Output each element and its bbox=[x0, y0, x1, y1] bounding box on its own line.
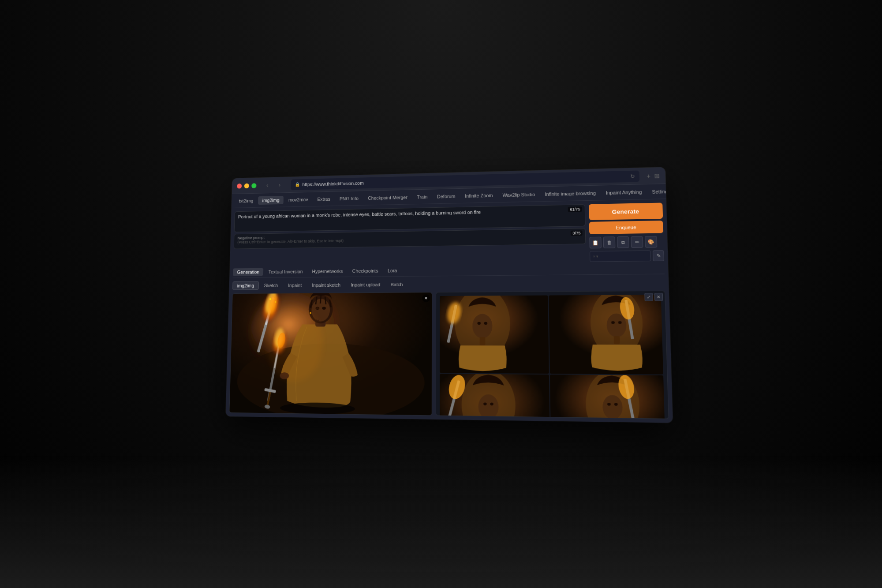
imgtab-sketch[interactable]: Sketch bbox=[259, 281, 283, 290]
lock-icon: 🔒 bbox=[295, 182, 300, 187]
generate-button[interactable]: Generate bbox=[589, 202, 663, 220]
imgtab-inpaint-upload[interactable]: Inpaint upload bbox=[346, 280, 385, 289]
output-grid-1 bbox=[440, 295, 549, 374]
clear-icon-button[interactable]: 🗑 bbox=[603, 236, 616, 248]
title-bar-actions: + ⊞ bbox=[647, 172, 660, 179]
fullscreen-button[interactable]: ⤢ bbox=[644, 293, 653, 301]
imgtab-batch[interactable]: Batch bbox=[386, 280, 407, 288]
output-grid-3 bbox=[440, 374, 550, 419]
enqueue-button[interactable]: Enqueue bbox=[589, 220, 664, 234]
new-tab-button[interactable]: + bbox=[647, 172, 650, 179]
style-apply-button[interactable]: ✎ bbox=[653, 250, 664, 261]
style-input-row: × ▾ ✎ bbox=[590, 250, 664, 262]
forward-button[interactable]: › bbox=[275, 180, 284, 189]
tab-infinite-image-browsing[interactable]: Infinite image browsing bbox=[540, 188, 600, 198]
main-content: Portrait of a young african woman in a m… bbox=[226, 199, 673, 423]
tab-img2img[interactable]: img2img bbox=[258, 195, 284, 204]
output-close-button[interactable]: ✕ bbox=[654, 292, 663, 301]
input-close-button[interactable]: ✕ bbox=[422, 294, 430, 302]
style-dropdown[interactable]: × ▾ bbox=[590, 250, 651, 262]
tab-png-info[interactable]: PNG Info bbox=[335, 194, 363, 203]
positive-prompt-box[interactable]: Portrait of a young african woman in a m… bbox=[234, 204, 586, 232]
tab-extras[interactable]: Extras bbox=[313, 194, 335, 203]
tab-checkpoint-merger[interactable]: Checkpoint Merger bbox=[363, 192, 411, 202]
sub-tabs: Generation Textual Inversion Hypernetwor… bbox=[233, 263, 665, 278]
subtab-generation[interactable]: Generation bbox=[233, 268, 264, 276]
imgtab-inpaint-sketch[interactable]: Inpaint sketch bbox=[307, 280, 345, 289]
browser-window: ‹ › 🔒 https://www.thinkdiffusion.com ↻ +… bbox=[226, 167, 673, 423]
tab-inpaint-anything[interactable]: Inpaint Anything bbox=[601, 187, 647, 197]
toolbar-icons: 📋 🗑 ⧉ ✏ 🎨 bbox=[589, 236, 664, 248]
output-image-panel: ⤢ ✕ bbox=[436, 290, 669, 419]
traffic-lights bbox=[237, 183, 256, 188]
output-image-grid bbox=[436, 291, 669, 419]
subtab-checkpoints[interactable]: Checkpoints bbox=[348, 266, 382, 274]
imgtab-img2img[interactable]: img2img bbox=[232, 281, 259, 290]
reload-button[interactable]: ↻ bbox=[630, 173, 635, 179]
svg-rect-42 bbox=[614, 336, 620, 344]
style-icon-button[interactable]: 🎨 bbox=[645, 236, 657, 247]
prompt-inputs: Portrait of a young african woman in a m… bbox=[233, 204, 587, 266]
prompt-section: Portrait of a young african woman in a m… bbox=[233, 202, 665, 266]
output-grid-2 bbox=[549, 295, 663, 375]
minimize-traffic-light[interactable] bbox=[244, 183, 249, 188]
svg-rect-58 bbox=[610, 418, 616, 419]
output-grid-4 bbox=[550, 375, 665, 419]
images-section: ✕ bbox=[229, 290, 669, 419]
url-text: https://www.thinkdiffusion.com bbox=[302, 180, 363, 187]
subtab-lora[interactable]: Lora bbox=[383, 266, 401, 274]
tab-mov2mov[interactable]: mov2mov bbox=[284, 195, 312, 203]
svg-rect-34 bbox=[480, 337, 486, 345]
tab-deforum[interactable]: Deforum bbox=[433, 191, 460, 201]
imgtab-inpaint[interactable]: Inpaint bbox=[283, 281, 306, 289]
back-button[interactable]: ‹ bbox=[263, 180, 272, 190]
brush-icon-button[interactable]: ✏ bbox=[631, 236, 643, 248]
subtab-hypernetworks[interactable]: Hypernetworks bbox=[308, 267, 348, 275]
input-image-panel: ✕ bbox=[229, 292, 432, 416]
tab-settings[interactable]: Settings bbox=[647, 187, 673, 196]
tab-train[interactable]: Train bbox=[412, 192, 432, 201]
close-traffic-light[interactable] bbox=[237, 183, 242, 188]
output-top-buttons: ⤢ ✕ bbox=[644, 292, 663, 301]
tabs-grid-button[interactable]: ⊞ bbox=[654, 172, 660, 179]
tab-txt2img[interactable]: txt2img bbox=[235, 196, 258, 205]
subtab-textual-inversion[interactable]: Textual Inversion bbox=[264, 267, 307, 275]
svg-rect-50 bbox=[486, 418, 492, 419]
image-mode-tabs: img2img Sketch Inpaint Inpaint sketch In… bbox=[232, 277, 665, 291]
positive-prompt-text: Portrait of a young african woman in a m… bbox=[238, 209, 481, 219]
maximize-traffic-light[interactable] bbox=[251, 183, 256, 188]
neg-char-count-badge: 0/75 bbox=[571, 230, 583, 236]
prompt-actions: Generate Enqueue 📋 🗑 ⧉ ✏ 🎨 × ▾ ✎ bbox=[589, 202, 664, 262]
copy-icon-button[interactable]: ⧉ bbox=[617, 236, 629, 248]
char-count-badge: 61/75 bbox=[568, 206, 582, 212]
warrior-image bbox=[229, 292, 432, 415]
tab-wav2lip[interactable]: Wav2lip Studio bbox=[498, 190, 540, 199]
tab-infinite-zoom[interactable]: Infinite Zoom bbox=[460, 191, 497, 200]
paste-icon-button[interactable]: 📋 bbox=[589, 236, 602, 248]
